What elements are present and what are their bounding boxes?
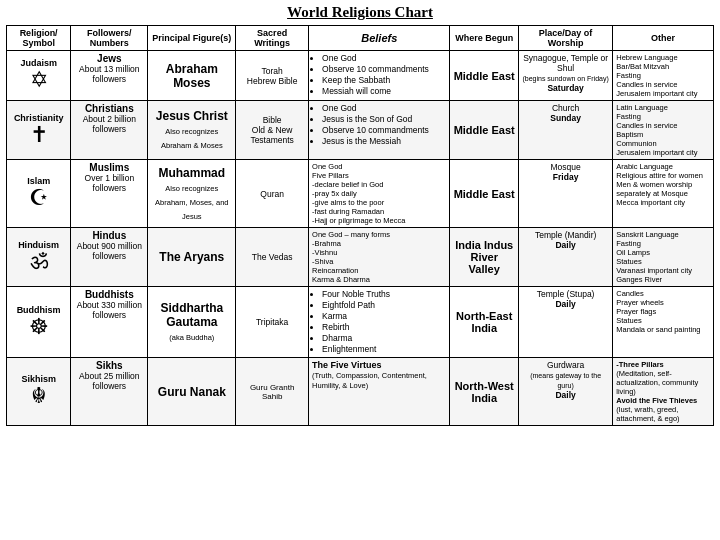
christianity-sacred-cell: BibleOld & New Testaments — [236, 101, 309, 160]
judaism-followers-desc: About 13 million followers — [79, 64, 139, 84]
hinduism-other-cell: Sanskrit LanguageFastingOil LampsStatues… — [613, 228, 714, 287]
buddhism-belief-item: Enlightenment — [322, 344, 446, 354]
judaism-place-worship: Synagogue, Temple or Shul — [523, 53, 608, 73]
judaism-place-note: (begins sundown on Friday) — [522, 75, 608, 82]
hinduism-symbol: ॐ — [10, 250, 67, 274]
islam-other: Arabic LanguageReligious attire for wome… — [616, 162, 703, 207]
islam-where-cell: Middle East — [450, 160, 519, 228]
judaism-belief-item: Observe 10 commandments — [322, 64, 446, 74]
judaism-belief-item: Keep the Sabbath — [322, 75, 446, 85]
christianity-followers-cell: ChristiansAbout 2 billion followers — [71, 101, 148, 160]
christianity-place-worship: Church — [552, 103, 579, 113]
buddhism-followers-bold: Buddhists — [85, 289, 134, 300]
christianity-followers-desc: About 2 billion followers — [83, 114, 136, 134]
islam-place-day: Friday — [553, 172, 579, 182]
islam-followers-desc: Over 1 billion followers — [85, 173, 135, 193]
christianity-belief-item: One God — [322, 103, 446, 113]
row-christianity: Christianity✝ChristiansAbout 2 billion f… — [7, 101, 714, 160]
sikhism-where: North-West India — [455, 380, 514, 404]
christianity-where-cell: Middle East — [450, 101, 519, 160]
hinduism-principal-main: The Aryans — [159, 250, 224, 264]
buddhism-other-cell: CandlesPrayer wheelsPrayer flagsStatuesM… — [613, 287, 714, 358]
th-beliefs: Beliefs — [309, 26, 450, 51]
judaism-followers-bold: Jews — [97, 53, 121, 64]
judaism-beliefs-cell: One GodObserve 10 commandmentsKeep the S… — [309, 51, 450, 101]
hinduism-where: India Indus River Valley — [455, 239, 513, 275]
th-where: Where Begun — [450, 26, 519, 51]
hinduism-beliefs-plain: One God – many forms-Brahma-Vishnu-Shiva… — [312, 230, 446, 284]
buddhism-belief-item: Dharma — [322, 333, 446, 343]
sikhism-principal-cell: Guru Nanak — [148, 358, 236, 426]
hinduism-followers-cell: HindusAbout 900 million followers — [71, 228, 148, 287]
christianity-principal-main: Jesus Christ — [156, 109, 228, 123]
sikhism-principal-main: Guru Nanak — [158, 385, 226, 399]
islam-place-cell: MosqueFriday — [518, 160, 612, 228]
religions-table: Religion/ Symbol Followers/ Numbers Prin… — [6, 25, 714, 426]
th-sacred: Sacred Writings — [236, 26, 309, 51]
christianity-symbol: ✝ — [10, 123, 67, 147]
th-religion: Religion/ Symbol — [7, 26, 71, 51]
hinduism-beliefs-cell: One God – many forms-Brahma-Vishnu-Shiva… — [309, 228, 450, 287]
sikhism-religion-cell: Sikhism☬ — [7, 358, 71, 426]
sikhism-place-worship: Gurdwara — [547, 360, 584, 370]
hinduism-other: Sanskrit LanguageFastingOil LampsStatues… — [616, 230, 692, 284]
row-buddhism: Buddhism☸BuddhistsAbout 330 million foll… — [7, 287, 714, 358]
islam-beliefs-plain: One GodFive Pillars-declare belief in Go… — [312, 162, 446, 225]
christianity-principal-cell: Jesus ChristAlso recognizes Abraham & Mo… — [148, 101, 236, 160]
buddhism-belief-item: Four Noble Truths — [322, 289, 446, 299]
hinduism-followers-bold: Hindus — [92, 230, 126, 241]
hinduism-sacred-cell: The Vedas — [236, 228, 309, 287]
buddhism-followers-desc: About 330 million followers — [77, 300, 142, 320]
islam-principal-main: Muhammad — [158, 166, 225, 180]
buddhism-belief-item: Karma — [322, 311, 446, 321]
row-sikhism: Sikhism☬SikhsAbout 25 million followersG… — [7, 358, 714, 426]
hinduism-place-cell: Temple (Mandir)Daily — [518, 228, 612, 287]
hinduism-place-worship: Temple (Mandir) — [535, 230, 596, 240]
chart-title: World Religions Chart — [6, 4, 714, 21]
islam-other-cell: Arabic LanguageReligious attire for wome… — [613, 160, 714, 228]
sikhism-followers-bold: Sikhs — [96, 360, 123, 371]
judaism-belief-item: One God — [322, 53, 446, 63]
judaism-belief-item: Messiah will come — [322, 86, 446, 96]
sikhism-five-virtues-title: The Five Virtues — [312, 360, 381, 370]
buddhism-place-day: Daily — [555, 299, 575, 309]
buddhism-place-worship: Temple (Stupa) — [537, 289, 595, 299]
islam-sacred-cell: Quran — [236, 160, 309, 228]
th-principal: Principal Figure(s) — [148, 26, 236, 51]
judaism-where: Middle East — [454, 70, 515, 82]
sikhism-where-cell: North-West India — [450, 358, 519, 426]
christianity-belief-item: Observe 10 commandments — [322, 125, 446, 135]
hinduism-where-cell: India Indus River Valley — [450, 228, 519, 287]
sikhism-symbol: ☬ — [10, 384, 67, 408]
hinduism-place-day: Daily — [555, 240, 575, 250]
islam-principal-cell: MuhammadAlso recognizes Abraham, Moses, … — [148, 160, 236, 228]
header-row: Religion/ Symbol Followers/ Numbers Prin… — [7, 26, 714, 51]
judaism-place-day: Saturday — [547, 83, 583, 93]
christianity-principal-sub: Also recognizes Abraham & Moses — [161, 127, 223, 150]
judaism-sacred-cell: TorahHebrew Bible — [236, 51, 309, 101]
sikhism-other-line: (lust, wrath, greed, attachment, & ego) — [616, 405, 679, 423]
buddhism-followers-cell: BuddhistsAbout 330 million followers — [71, 287, 148, 358]
page-container: World Religions Chart Religion/ Symbol F… — [0, 0, 720, 430]
buddhism-symbol: ☸ — [10, 315, 67, 339]
sikhism-followers-desc: About 25 million followers — [79, 371, 139, 391]
hinduism-religion-cell: Hinduismॐ — [7, 228, 71, 287]
islam-religion-cell: Islam☪ — [7, 160, 71, 228]
row-hinduism: HinduismॐHindusAbout 900 million followe… — [7, 228, 714, 287]
christianity-belief-item: Jesus is the Messiah — [322, 136, 446, 146]
buddhism-sacred-cell: Tripitaka — [236, 287, 309, 358]
sikhism-place-day: Daily — [555, 390, 575, 400]
judaism-principal-cell: Abraham Moses — [148, 51, 236, 101]
th-followers: Followers/ Numbers — [71, 26, 148, 51]
sikhism-beliefs-cell: The Five Virtues(Truth, Compassion, Cont… — [309, 358, 450, 426]
islam-where: Middle East — [454, 188, 515, 200]
christianity-place-cell: ChurchSunday — [518, 101, 612, 160]
islam-beliefs-cell: One GodFive Pillars-declare belief in Go… — [309, 160, 450, 228]
buddhism-belief-item: Rebirth — [322, 322, 446, 332]
buddhism-beliefs-cell: Four Noble TruthsEightfold PathKarmaRebi… — [309, 287, 450, 358]
sikhism-place-cell: Gurdwara(means gateway to the guru)Daily — [518, 358, 612, 426]
christianity-followers-bold: Christians — [85, 103, 134, 114]
judaism-place-cell: Synagogue, Temple or Shul(begins sundown… — [518, 51, 612, 101]
beliefs-header-label: Beliefs — [361, 32, 397, 44]
buddhism-principal-main: Siddhartha Gautama — [160, 301, 223, 329]
